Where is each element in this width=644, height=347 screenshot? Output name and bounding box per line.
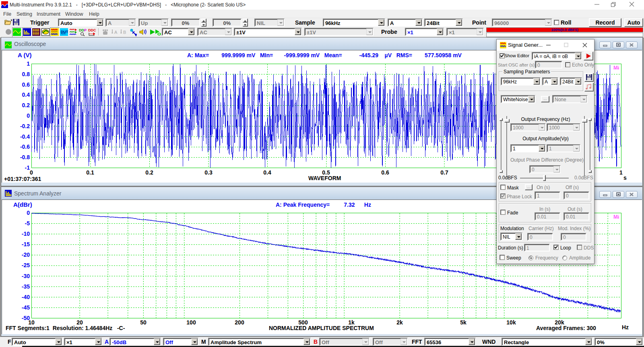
svg-text:888: 888 (33, 32, 39, 36)
svg-text:B: B (123, 30, 126, 35)
svg-text:DD: DD (79, 28, 84, 32)
svg-text:A: A (114, 30, 118, 35)
svg-text:P: P (84, 28, 87, 32)
svg-text:DDC: DDC (88, 28, 96, 32)
svg-text:DUT: DUT (61, 30, 68, 34)
